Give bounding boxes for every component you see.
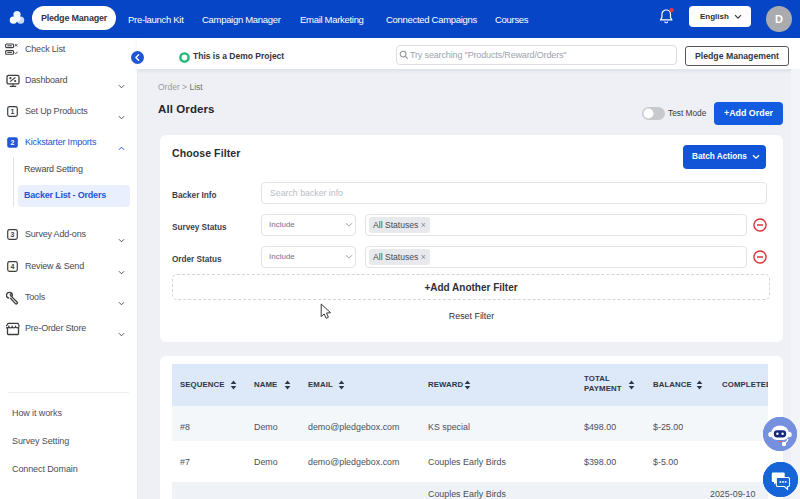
svg-text:3: 3 — [11, 231, 15, 238]
svg-text:4: 4 — [11, 263, 15, 270]
svg-text:2: 2 — [11, 139, 15, 146]
svg-text:1: 1 — [11, 108, 15, 115]
